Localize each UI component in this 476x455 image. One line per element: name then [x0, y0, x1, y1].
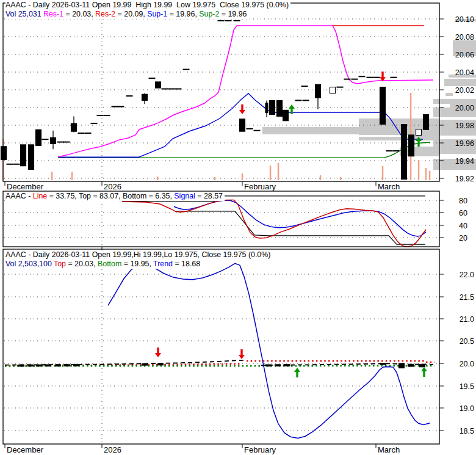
y-axis-label: 18.5 — [460, 427, 474, 435]
filled-candle — [380, 87, 386, 125]
Sup-2-line — [58, 142, 430, 158]
oscillator-panel-header: AAAC - Line = 33.75, Top = 83.07, Bottom… — [5, 192, 225, 201]
filled-candle — [275, 365, 281, 366]
price-dash — [295, 100, 302, 101]
price-dash — [393, 150, 400, 151]
price-dash — [85, 133, 92, 134]
header-line: Vol 2,503,100 Top = 20.03, Bottom = 19.9… — [5, 260, 202, 269]
filled-candle — [156, 82, 161, 88]
price-dash — [352, 79, 358, 80]
header-line: Vol 25,031 Res-1 = 20.03, Res-2 = 20.09,… — [5, 10, 248, 19]
y-axis-label: 80 — [459, 197, 467, 205]
price-panel-header: AAAC - Daily 2026-03-11 Open 19.99 High … — [5, 1, 290, 19]
y-axis-label: 20.0 — [460, 360, 474, 368]
price-dash — [386, 150, 393, 151]
trend-panel-header: AAAC - Daily 2026-03-11 Open 19.99,Hi 19… — [5, 250, 272, 269]
y-axis-label: 20 — [459, 234, 467, 242]
buy-arrow-icon — [294, 368, 300, 377]
filled-candle — [284, 365, 290, 366]
Trend-line — [108, 263, 430, 438]
header-segment: Trend — [153, 260, 173, 268]
price-dash — [254, 130, 261, 131]
price-dash — [359, 76, 366, 77]
price-dash — [112, 106, 118, 107]
filled-candle — [142, 94, 148, 100]
header-segment: Res-1 — [43, 10, 63, 18]
price-dash — [42, 139, 49, 140]
filled-candle — [1, 147, 7, 160]
price-dash — [234, 20, 240, 21]
y-axis-label: 21.0 — [460, 315, 474, 324]
header-segment: = 20.09, — [115, 10, 147, 18]
header-segment: Sup-2 — [199, 10, 219, 18]
filled-candle — [51, 137, 56, 144]
filled-candle — [399, 363, 405, 368]
price-dash — [367, 77, 373, 78]
price-dash — [391, 77, 397, 78]
header-segment: Bottom — [98, 260, 121, 268]
Signal-line — [174, 200, 426, 236]
y-axis-label: 19.92 — [455, 175, 474, 183]
filled-candle — [402, 125, 407, 180]
filled-candle — [21, 145, 26, 166]
x-axis-label: March — [378, 445, 400, 454]
filled-candle — [29, 145, 34, 170]
y-axis-label: 20.5 — [460, 337, 474, 346]
filled-candle — [240, 119, 245, 131]
y-axis-label: 20.10 — [455, 15, 474, 24]
price-dash — [183, 69, 190, 70]
header-segment: = 18.68 — [173, 260, 200, 268]
y-axis-label: 22.0 — [460, 271, 474, 279]
Line-line — [122, 200, 426, 247]
filled-candle — [277, 100, 283, 116]
header-segment: Vol 2,503,100 — [5, 260, 54, 268]
price-dash — [301, 86, 308, 87]
price-dash — [344, 79, 351, 80]
trend-panel: 22.021.521.020.520.019.519.018.5December… — [3, 249, 474, 454]
filled-candle — [36, 129, 41, 145]
price-dash — [337, 87, 344, 88]
header-segment: Sup-1 — [147, 10, 167, 18]
price-dash — [118, 106, 124, 107]
header-segment: = 19.95, — [121, 260, 153, 268]
sell-arrow-icon — [239, 349, 245, 359]
y-axis-label: 19.0 — [460, 404, 474, 413]
filled-candle — [142, 364, 148, 366]
y-axis-label: 60 — [459, 209, 467, 217]
header-line: AAAC - Daily 2026-03-11 Open 19.99 High … — [5, 1, 290, 10]
price-panel: 20.1020.0820.0620.0420.0220.0019.9819.96… — [1, 3, 476, 191]
filled-candle — [74, 365, 79, 366]
filled-candle — [408, 364, 414, 366]
header-segment: Signal — [174, 192, 195, 200]
header-segment: AAAC - — [5, 192, 33, 200]
filled-candle — [45, 365, 51, 366]
header-segment: = 19.96 — [219, 10, 247, 18]
y-axis-label: 40 — [459, 222, 467, 230]
hollow-candle — [330, 87, 336, 93]
y-axis-label: 20.00 — [455, 104, 474, 112]
charting-app-window: 20.1020.0820.0620.0420.0220.0019.9819.96… — [0, 0, 476, 455]
buy-arrow-icon — [421, 367, 427, 377]
filled-candle — [409, 135, 414, 156]
price-dash — [162, 89, 168, 90]
x-axis-label: March — [378, 182, 400, 191]
header-line: AAAC - Line = 33.75, Top = 83.07, Bottom… — [5, 192, 225, 201]
header-segment: = 20.03, — [63, 10, 95, 18]
y-axis-label: 20.06 — [455, 51, 474, 59]
y-axis-label: 21.5 — [460, 293, 474, 302]
price-dash — [225, 20, 232, 21]
sell-arrow-icon — [155, 348, 161, 357]
price-dash — [149, 78, 156, 79]
price-dash — [175, 89, 182, 90]
sell-arrow-icon — [380, 71, 386, 81]
price-dash — [57, 142, 64, 143]
y-axis-label: 19.94 — [455, 157, 474, 166]
header-segment: = 19.96, — [167, 10, 199, 18]
filled-candle — [316, 84, 321, 98]
filled-candle — [270, 100, 275, 114]
price-dash — [78, 133, 85, 134]
y-axis-label: 20.02 — [455, 86, 474, 95]
header-segment: = 20.03, — [66, 260, 98, 268]
filled-candle — [424, 115, 429, 130]
header-segment: Line — [33, 192, 47, 200]
